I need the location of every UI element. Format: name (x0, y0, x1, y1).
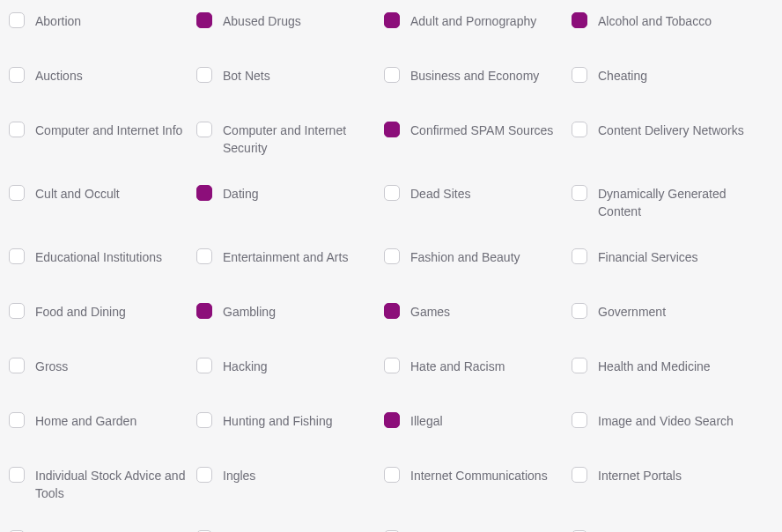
category-grid: AbortionAbused DrugsAdult and Pornograph… (0, 0, 782, 532)
category-item[interactable]: Computer and Internet Info (9, 122, 196, 157)
category-label: Confirmed SPAM Sources (410, 122, 553, 139)
category-label: Cult and Occult (35, 185, 120, 203)
category-checkbox[interactable] (9, 12, 25, 28)
category-item[interactable]: Government (572, 303, 759, 329)
category-item[interactable]: Financial Services (572, 248, 759, 275)
category-item[interactable]: Illegal (384, 412, 572, 439)
category-label: Alcohol and Tobacco (598, 12, 712, 30)
category-checkbox[interactable] (572, 122, 587, 137)
category-label: Hate and Racism (410, 358, 505, 375)
category-label: Bot Nets (223, 67, 270, 85)
category-item[interactable]: Image and Video Search (572, 412, 759, 439)
category-checkbox[interactable] (384, 412, 400, 428)
category-label: Financial Services (598, 248, 698, 266)
category-checkbox[interactable] (572, 412, 587, 428)
category-item[interactable]: Dynamically Generated Content (572, 185, 759, 220)
category-label: Business and Economy (410, 67, 539, 85)
category-label: Food and Dining (35, 303, 126, 321)
category-checkbox[interactable] (572, 185, 587, 201)
category-checkbox[interactable] (572, 67, 587, 83)
category-checkbox[interactable] (384, 122, 400, 137)
category-checkbox[interactable] (9, 303, 25, 319)
category-checkbox[interactable] (9, 67, 25, 83)
category-label: Individual Stock Advice and Tools (35, 467, 189, 502)
category-checkbox[interactable] (196, 122, 212, 137)
category-item[interactable]: Hacking (196, 358, 384, 384)
category-item[interactable]: Cult and Occult (9, 185, 196, 220)
category-label: Computer and Internet Info (35, 122, 182, 139)
category-checkbox[interactable] (196, 248, 212, 264)
category-checkbox[interactable] (572, 303, 587, 319)
category-checkbox[interactable] (196, 12, 212, 28)
category-checkbox[interactable] (384, 185, 400, 201)
category-item[interactable]: Abused Drugs (196, 12, 384, 39)
category-checkbox[interactable] (384, 467, 400, 483)
category-item[interactable]: Dead Sites (384, 185, 572, 220)
category-item[interactable]: Fashion and Beauty (384, 248, 572, 275)
category-item[interactable]: Content Delivery Networks (572, 122, 759, 157)
category-item[interactable]: Confirmed SPAM Sources (384, 122, 572, 157)
category-item[interactable]: Health and Medicine (572, 358, 759, 384)
category-label: Dead Sites (410, 185, 470, 203)
category-label: Hunting and Fishing (223, 412, 333, 430)
category-label: Gross (35, 358, 68, 375)
category-label: Computer and Internet Security (223, 122, 377, 157)
category-checkbox[interactable] (196, 67, 212, 83)
category-item[interactable]: Games (384, 303, 572, 329)
category-checkbox[interactable] (9, 248, 25, 264)
category-item[interactable]: Home and Garden (9, 412, 196, 439)
category-checkbox[interactable] (9, 467, 25, 483)
category-checkbox[interactable] (196, 467, 212, 483)
category-item[interactable]: Internet Communications (384, 467, 572, 502)
category-checkbox[interactable] (384, 12, 400, 28)
category-label: Internet Portals (598, 467, 682, 484)
category-item[interactable]: Ingles (196, 467, 384, 502)
category-item[interactable]: Cheating (572, 67, 759, 93)
category-checkbox[interactable] (384, 303, 400, 319)
category-label: Home and Garden (35, 412, 136, 430)
category-label: Ingles (223, 467, 255, 484)
category-item[interactable]: Bot Nets (196, 67, 384, 93)
category-checkbox[interactable] (572, 467, 587, 483)
category-item[interactable]: Hate and Racism (384, 358, 572, 384)
category-item[interactable]: Hunting and Fishing (196, 412, 384, 439)
category-checkbox[interactable] (572, 248, 587, 264)
category-label: Adult and Pornography (410, 12, 536, 30)
category-item[interactable]: Abortion (9, 12, 196, 39)
category-item[interactable]: Alcohol and Tobacco (572, 12, 759, 39)
category-label: Games (410, 303, 450, 321)
category-item[interactable]: Business and Economy (384, 67, 572, 93)
category-item[interactable]: Individual Stock Advice and Tools (9, 467, 196, 502)
category-item[interactable]: Adult and Pornography (384, 12, 572, 39)
category-checkbox[interactable] (9, 122, 25, 137)
category-label: Gambling (223, 303, 276, 321)
category-label: Internet Communications (410, 467, 548, 484)
category-item[interactable]: Gambling (196, 303, 384, 329)
category-checkbox[interactable] (9, 412, 25, 428)
category-item[interactable]: Internet Portals (572, 467, 759, 502)
category-item[interactable]: Food and Dining (9, 303, 196, 329)
category-checkbox[interactable] (572, 358, 587, 373)
category-item[interactable]: Computer and Internet Security (196, 122, 384, 157)
category-checkbox[interactable] (196, 412, 212, 428)
category-label: Educational Institutions (35, 248, 162, 266)
category-checkbox[interactable] (9, 185, 25, 201)
category-checkbox[interactable] (384, 358, 400, 373)
category-checkbox[interactable] (196, 358, 212, 373)
category-checkbox[interactable] (196, 303, 212, 319)
category-label: Abortion (35, 12, 81, 30)
category-label: Image and Video Search (598, 412, 734, 430)
category-label: Abused Drugs (223, 12, 301, 30)
category-checkbox[interactable] (384, 67, 400, 83)
category-item[interactable]: Auctions (9, 67, 196, 93)
category-item[interactable]: Educational Institutions (9, 248, 196, 275)
category-checkbox[interactable] (572, 12, 587, 28)
category-item[interactable]: Gross (9, 358, 196, 384)
category-item[interactable]: Entertainment and Arts (196, 248, 384, 275)
category-label: Auctions (35, 67, 83, 85)
category-checkbox[interactable] (9, 358, 25, 373)
category-checkbox[interactable] (384, 248, 400, 264)
category-item[interactable]: Dating (196, 185, 384, 220)
category-checkbox[interactable] (196, 185, 212, 201)
category-label: Illegal (410, 412, 443, 430)
